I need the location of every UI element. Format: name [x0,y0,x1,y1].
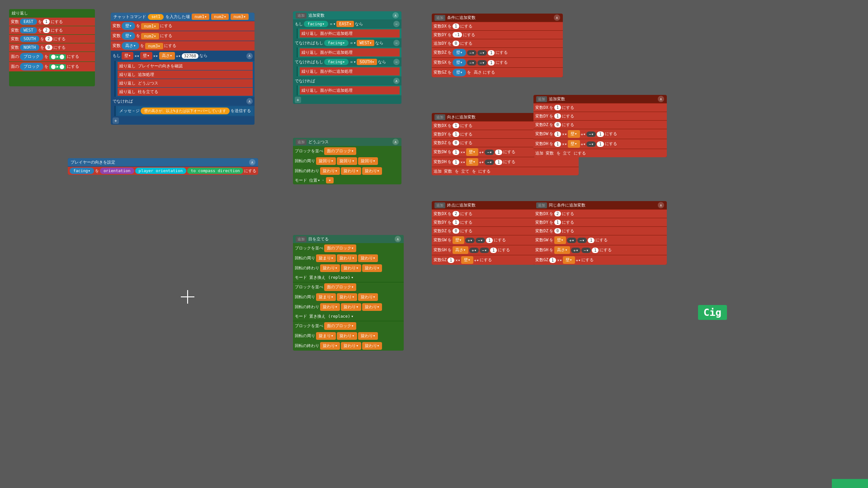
var-name-south[interactable]: SOUTH [20,36,39,42]
chat-tag[interactable]: set1 [148,14,164,20]
target-rot5: 回転の周り 旋まり▾ 旋わり▾ 旋わり▾ [293,331,404,341]
addvar-elseif-row: てなければもし facing▾ ＝▾ WEST▾ なら − [293,39,401,47]
chat-bottom: + [111,117,255,125]
target-level-row2: ブロックを並べ 面のブロック▾ [293,282,404,292]
var-row-east: 変数 EAST を 1 にする [9,18,95,26]
animal-rot-row2: 回転の終わり 旋わり▾ 旋わり▾ 旋わり▾ [293,166,401,176]
ev5-row5: 変数GH を 高さ▾ +▾ −▾ 1 にする [533,245,667,255]
orientation-header: プレイヤーの向きを設定 ∧ [68,158,258,166]
target-rot6: 回転の終わり 旋わり▾ 旋わり▾ 旋わり▾ [293,341,404,351]
extra-var5-group: 追加 同じ条件に追加変数 ∧ 変数DX を 2 にする 変数DY を 1 にする… [533,201,667,265]
chat-row-2: 変数 壁▾ を num2▾ にする [111,31,255,41]
var-name-north[interactable]: NORTH [20,44,39,51]
ev1-row2: 変数DY を -1 にする [432,31,563,39]
ev4-row6: 追加 変数 を 立て にする [533,149,667,157]
collapse-else2[interactable]: ∧ [393,78,400,84]
if-body-row-4: 繰り返し 柱を立てる [118,88,253,96]
if-body-row-1: 繰り返し プレイヤーの向きを確認 [118,62,253,70]
animal-header: 追加 どうぶつス ∧ [293,138,401,146]
addvar-row-2: 繰り返し 面が外に追加処理 [300,48,400,56]
addvar-elseif2-body: 繰り返し 面が外に追加処理 [297,66,401,76]
var-name-west[interactable]: WEST [20,27,37,33]
if-body: 繰り返し プレイヤーの向きを確認 繰り返し 追加処理 繰り返し どうぶつス 繰り… [114,61,255,97]
extra-var1-header: 追加 条件に追加変数 ∧ [432,14,563,22]
collapse-elseif2[interactable]: − [393,59,400,65]
collapse-orientation[interactable]: ∧ [249,159,255,165]
chat-title: チャットコマンド [113,14,146,20]
addvar-if-row: もし facing▾ ＝▾ EAST▾ なら − [293,20,401,28]
var-row-south: 変数 SOUTH を 2 にする [9,35,95,43]
target-rot2: 回転の終わり 旋わり▾ 旋わり▾ 旋わり▾ [293,263,404,273]
ev5-row2: 変数DY を 1 にする [533,218,667,226]
msg-text[interactable]: 壁の高さが、以上%または以下オーバーしています [141,108,230,114]
target-level-row: ブロックを並べ 面のブロック▾ [293,244,404,253]
row-label: 変数 [11,19,19,25]
extra-var1-group: 追加 条件に追加変数 ∧ 変数DX を 1 にする 変数DY を -1 にする … [432,14,563,77]
ev2-row6: 追加 変数 を 立て を にする [432,167,579,175]
target-header: 追加 目を立てる ∧ [293,235,404,243]
else-row-msg: メッセ－ジ 壁の高さが、以上%または以下オーバーしています を送信する [118,107,253,115]
target-rot4: 回転の終わり 旋わり▾ 旋わり▾ 旋わり▾ [293,302,404,312]
ev5-row6: 変数GZ 1 ×▾ 壁▾ +▾ にする [533,255,667,265]
animal-title: どうぶつス [308,139,329,145]
cursor-crosshair [181,290,194,304]
extra-var5-title: 同じ条件に追加変数 [549,202,585,208]
animal-level-row: ブロックを並べ 面のブロック▾ [293,146,401,156]
collapse-ev4[interactable]: ∧ [658,96,664,102]
collapse-elseif[interactable]: − [393,40,400,46]
ev2-row5: 変数DH を 1 ×▾ 壁▾ +▾ −▾ 1 にする [432,157,579,167]
extra-var4-group: 追加 追加変数 ∧ 変数DX を 1 にする 変数DY を 1 にする 変数DZ… [533,95,667,157]
top-left-green-group: 繰り返し 変数 EAST を 1 にする 変数 WEST を 2 にする 変数 … [9,9,95,86]
collapse-if[interactable]: ∧ [246,53,253,59]
chat-command-group: チャットコマンド set1 を入力した場 num1▾ num2▾ num3▾ 変… [111,13,255,125]
var-row-north: 変数 NORTH を 0 にする [9,43,95,52]
green-group-title: 繰り返し [12,10,28,16]
addvar-else-body: 繰り返し 面が外に追加処理 [297,85,401,95]
collapse-addvar[interactable]: ∧ [392,12,399,19]
addvar-header: 追加 追加変数 ∧ [293,11,401,19]
green-btn-1[interactable]: ▶ [49,54,66,60]
animal-rot-row1: 回転の周り 旋回り▾ 旋回り▾ 旋回り▾ [293,156,401,166]
ev4-row3: 変数DZ を 0 にする [533,121,667,129]
add-btn2[interactable]: + [295,97,301,103]
if-body-row-3: 繰り返し どうぶつス [118,79,253,87]
collapse-if2[interactable]: − [393,21,400,27]
ev5-row1: 変数DX を 2 にする [533,210,667,218]
collapse-ev1[interactable]: ∧ [554,14,560,21]
ev1-row1: 変数DX を 1 にする [432,22,563,30]
collapse-else[interactable]: ∧ [246,98,253,104]
chat-row-3: 変数 高さ▾ を num3▾ にする [111,41,255,51]
block-row-2: 面の ブロック を ▶ にする [9,62,95,71]
target-mode1: モード 置き換え (replace) ▾ [293,273,404,282]
else-body: メッセ－ジ 壁の高さが、以上%または以下オーバーしています を送信する [114,106,255,116]
cig-label: Cig [698,305,727,320]
var-row-west: 変数 WEST を 2 にする [9,26,95,34]
additional-var-group: 追加 追加変数 ∧ もし facing▾ ＝▾ EAST▾ なら − 繰り返し … [293,11,401,104]
animal-group: 追加 どうぶつス ∧ ブロックを並べ 面のブロック▾ 回転の周り 旋回り▾ 旋回… [293,138,401,184]
ev4-row4: 変数DW を 1 ×▾ 壁▾ +▾ −▾ 1 にする [533,129,667,139]
extra-var2-title: 向きに追加変数 [447,114,476,120]
target-mode2: モード 置き換え (replace) ▾ [293,312,404,320]
extra-var3-title: 終点に追加変数 [447,202,476,208]
if-body-row-2: 繰り返し 追加処理 [118,70,253,79]
ev5-row3: 変数DZ を 0 にする [533,227,667,235]
target-rot3: 回転の周り 旋まり▾ 旋わり▾ 旋わり▾ [293,292,404,302]
green-btn-2[interactable]: ▶ [49,64,66,70]
block-row-1: 面の ブロック を ▶ にする [9,52,95,61]
var-value[interactable]: 1 [43,19,50,24]
ev1-row3: 追加DY を 0 にする [432,39,563,47]
addvar-title: 追加変数 [308,13,325,19]
var-name[interactable]: EAST [20,19,37,25]
addvar-elseif-body: 繰り返し 面が外に追加処理 [297,47,401,57]
add-btn[interactable]: + [113,117,119,124]
collapse-ev5[interactable]: ∧ [658,202,664,208]
collapse-target[interactable]: ∧ [395,236,401,242]
if-row: もし 壁▾ ×▾ 壁▾ ×▾ 高さ▾ +▾ 32768 なら ∧ [111,51,255,61]
green-group-header: 繰り返し [9,9,95,17]
collapse-animal[interactable]: ∧ [392,139,399,145]
addvar-elseif2-row: てなければもし facing▾ ＝▾ SOUTH▾ なら − [293,58,401,66]
else-row: でなければ ∧ [111,97,255,105]
addvar-else-row-1: 繰り返し 面が外に追加処理 [300,86,400,94]
ev5-row4: 変数GW を 壁▾ +▾ −▾ 1 にする [533,235,667,245]
ev1-row4: 変数DZ を 壁▾ −▾ −▾ 1 にする [432,48,563,57]
